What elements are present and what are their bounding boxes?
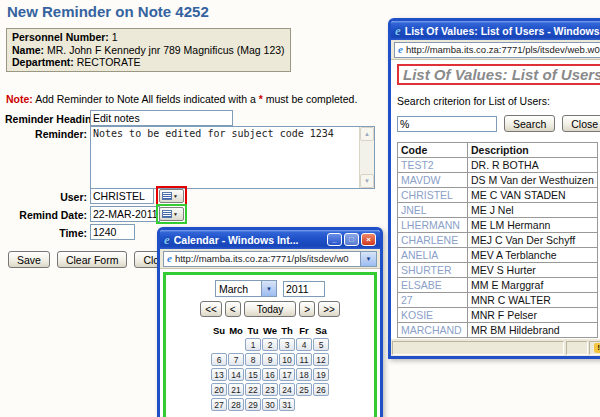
lov-titlebar[interactable]: e List Of Values: List of Users - Window… — [391, 21, 600, 40]
year-input[interactable] — [283, 281, 325, 297]
calendar-day[interactable]: 7 — [228, 353, 244, 366]
user-row: CHARLENEMEJ C Van Der Schyff — [398, 233, 598, 248]
user-code-link[interactable]: ELSABE — [398, 278, 468, 293]
address-dropdown-icon[interactable]: ▼ — [361, 251, 377, 267]
calendar-day[interactable]: 23 — [262, 383, 278, 396]
calendar-day[interactable]: 17 — [279, 368, 295, 381]
user-description: DR. R BOTHA — [468, 158, 598, 173]
date-picker-button[interactable]: ▼ — [159, 207, 184, 221]
ie-page-icon: e — [167, 253, 172, 264]
calendar-day[interactable]: 3 — [279, 338, 295, 351]
ie-icon: e — [164, 233, 170, 246]
scroll-down-icon[interactable]: ▼ — [360, 174, 374, 188]
maximize-icon[interactable]: □ — [344, 233, 359, 246]
calendar-day[interactable]: 9 — [262, 353, 278, 366]
calendar-day[interactable]: 5 — [313, 338, 329, 351]
user-code-link[interactable]: ANELIA — [398, 248, 468, 263]
remind-date-input[interactable] — [90, 206, 160, 222]
user-code-link[interactable]: 27 — [398, 293, 468, 308]
user-lov-annotation: ▼ — [156, 186, 187, 206]
calendar-url: http://mamba.its.co.za:7771/pls/itsdev/w… — [175, 253, 349, 264]
calendar-nav-today[interactable]: Today — [244, 301, 297, 317]
reminder-heading-input[interactable] — [90, 110, 233, 126]
calendar-day[interactable]: 10 — [279, 353, 295, 366]
calendar-nav-next-month[interactable]: > — [299, 301, 315, 317]
calendar-day[interactable]: 21 — [228, 383, 244, 396]
lov-window-title: List Of Values: List of Users - Windows … — [405, 25, 600, 37]
month-select[interactable]: March ▼ — [215, 280, 277, 297]
clear-form-button[interactable]: Clear Form — [57, 251, 128, 268]
column-header-description: Description — [468, 143, 598, 158]
user-code-link[interactable]: SHURTER — [398, 263, 468, 278]
scrollbar-track[interactable] — [360, 141, 374, 174]
user-code-link[interactable]: KOSIE — [398, 308, 468, 323]
calendar-day[interactable]: 30 — [262, 398, 278, 411]
calendar-day[interactable]: 24 — [279, 383, 295, 396]
user-code-link[interactable]: JNEL — [398, 203, 468, 218]
calendar-day[interactable]: 26 — [313, 383, 329, 396]
form-buttons: Save Clear Form Close — [8, 251, 179, 268]
calendar-day[interactable]: 31 — [279, 398, 295, 411]
calendar-day[interactable]: 22 — [245, 383, 261, 396]
calendar-day[interactable]: 27 — [211, 398, 227, 411]
user-code-link[interactable]: CHRISTEL — [398, 188, 468, 203]
user-description: MEV A Terblanche — [468, 248, 598, 263]
calendar-day[interactable]: 15 — [245, 368, 261, 381]
dropdown-arrow-icon: ▼ — [173, 211, 178, 217]
lov-addressbar: e http://mamba.its.co.za:7771/pls/itsdev… — [391, 40, 600, 60]
calendar-day[interactable]: 19 — [313, 368, 329, 381]
calendar-day[interactable]: 29 — [245, 398, 261, 411]
calendar-day[interactable]: 18 — [296, 368, 312, 381]
user-code-link[interactable]: CHARLENE — [398, 233, 468, 248]
calendar-day[interactable]: 28 — [228, 398, 244, 411]
calendar-day[interactable]: 16 — [262, 368, 278, 381]
user-row: MARCHANDMR BM Hildebrand — [398, 323, 598, 338]
user-code-link[interactable]: LHERMANN — [398, 218, 468, 233]
close-icon[interactable]: × — [361, 233, 376, 246]
search-input[interactable] — [397, 116, 497, 132]
save-button[interactable]: Save — [8, 251, 50, 268]
reminder-textarea[interactable]: Notes to be edited for subject code 1234… — [90, 126, 375, 189]
user-code-link[interactable]: MARCHAND — [398, 323, 468, 338]
user-input[interactable] — [90, 188, 154, 204]
calendar-nav-next-year[interactable]: >> — [318, 301, 340, 317]
user-lov-button[interactable]: ▼ — [159, 189, 184, 203]
scroll-up-icon[interactable]: ▲ — [360, 127, 374, 141]
personnel-box: Personnel Number: 1 Name: MR. John F Ken… — [6, 28, 291, 72]
user-label: User: — [0, 191, 87, 203]
note-prefix: Note: — [6, 93, 33, 105]
calendar-nav-prev-month[interactable]: < — [225, 301, 241, 317]
lov-address-input[interactable]: e http://mamba.its.co.za:7771/pls/itsdev… — [394, 42, 600, 58]
calendar-day[interactable]: 8 — [245, 353, 261, 366]
calendar-day[interactable]: 1 — [245, 338, 261, 351]
day-header: Th — [279, 325, 295, 336]
lov-close-button[interactable]: Close — [562, 115, 600, 132]
calendar-day[interactable]: 25 — [296, 383, 312, 396]
time-input[interactable] — [90, 224, 135, 240]
calendar-day-empty — [211, 338, 227, 351]
calendar-day[interactable]: 20 — [211, 383, 227, 396]
reminder-text: Notes to be edited for subject code 1234 — [93, 128, 357, 139]
user-code-link[interactable]: MAVDW — [398, 173, 468, 188]
calendar-day[interactable]: 13 — [211, 368, 227, 381]
calendar-address-input[interactable]: e http://mamba.its.co.za:7771/pls/itsdev… — [163, 251, 361, 267]
day-header: Su — [211, 325, 227, 336]
calendar-day[interactable]: 2 — [262, 338, 278, 351]
textarea-scrollbar[interactable]: ▲ ▼ — [359, 127, 374, 188]
column-header-code: Code — [398, 143, 468, 158]
statusbar-cell — [392, 341, 564, 355]
calendar-day[interactable]: 14 — [228, 368, 244, 381]
minimize-icon[interactable]: _ — [327, 233, 342, 246]
calendar-titlebar[interactable]: e Calendar - Windows Int... _ □ × — [160, 230, 380, 249]
calendar-nav-prev-year[interactable]: << — [200, 301, 222, 317]
reminder-heading-label: Reminder Heading — [5, 113, 98, 125]
search-button[interactable]: Search — [504, 115, 555, 132]
calendar-day[interactable]: 4 — [296, 338, 312, 351]
calendar-day[interactable]: 12 — [313, 353, 329, 366]
calendar-day[interactable]: 6 — [211, 353, 227, 366]
calendar-icon — [162, 210, 172, 218]
calendar-addressbar: e http://mamba.its.co.za:7771/pls/itsdev… — [160, 249, 380, 269]
user-row: CHRISTELME C VAN STADEN — [398, 188, 598, 203]
calendar-day[interactable]: 11 — [296, 353, 312, 366]
user-code-link[interactable]: TEST2 — [398, 158, 468, 173]
